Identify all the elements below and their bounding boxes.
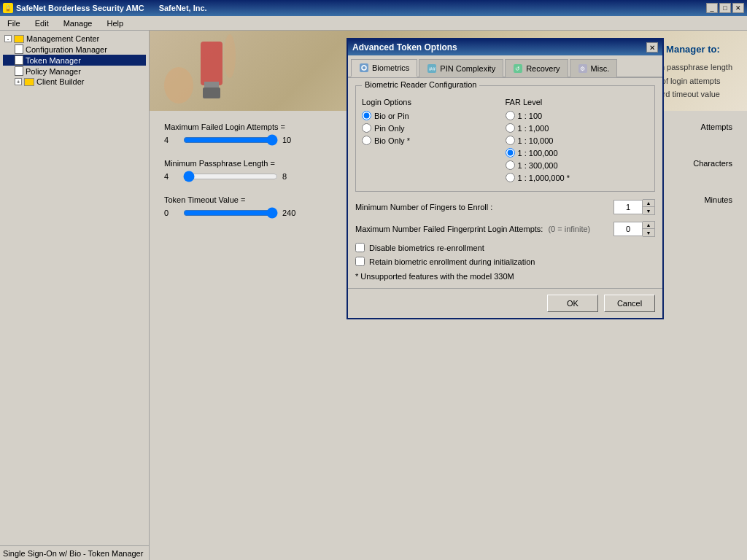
tree-root-label: Management Center [26,34,99,43]
radio-pin-only-input[interactable] [362,123,371,133]
retain-enroll-checkbox[interactable] [355,257,365,266]
svg-text:⚙: ⚙ [580,66,585,72]
tree-item-config-label: Configuration Manager [26,45,107,54]
checkbox-disable-reenroll: Disable biometrics re-enrollment [355,243,655,252]
misc-tab-icon: ⚙ [578,63,588,74]
dialog-tabs: Biometrics ## PIN Complexity ↺ Recovery [348,55,662,78]
max-fingerprint-hint: (0 = infinite) [548,225,590,233]
tab-biometrics-label: Biometrics [372,63,409,72]
far-1000: 1 : 1,000 [506,123,649,133]
checkbox-retain-enroll: Retain biometric enrollment during initi… [355,257,655,266]
menu-file[interactable]: File [3,18,25,29]
tab-biometrics[interactable]: Biometrics [351,59,417,77]
radio-pin-only: Pin Only [362,123,506,133]
svg-rect-2 [203,88,220,98]
svg-rect-0 [201,42,222,85]
banner-decoration [157,34,266,107]
far-10000-input[interactable] [506,136,515,145]
biometric-reader-group: Biometric Reader Configuration Login Opt… [355,85,655,192]
timeout-label: Token Timeout Value = [164,195,245,204]
tree-item-client[interactable]: + Client Builder [3,77,146,87]
far-level-label: FAR Level [506,98,649,106]
menu-manage[interactable]: Manage [59,18,97,29]
far-100000-input[interactable] [506,148,515,158]
app-title: SafeNet Borderless Security AMC [16,4,144,12]
max-failed-unit: Attempts [701,122,732,131]
max-fingerprint-down[interactable]: ▼ [643,229,654,236]
tab-recovery[interactable]: ↺ Recovery [505,59,568,77]
min-pass-slider[interactable] [183,171,278,182]
min-fingers-spinners: ▲ ▼ [643,199,655,215]
svg-rect-1 [204,82,219,88]
max-fingerprint-value[interactable] [614,222,643,236]
ok-button[interactable]: OK [547,295,598,312]
menu-help[interactable]: Help [102,18,128,29]
min-fingers-value[interactable] [614,200,643,214]
tree-root[interactable]: - Management Center [3,34,146,44]
far-300000: 1 : 300,000 [506,160,649,170]
menu-edit[interactable]: Edit [31,18,53,29]
company-name: SafeNet, Inc. [159,4,207,12]
radio-bio-or-pin-input[interactable] [362,111,371,120]
title-bar: 🔒 SafeNet Borderless Security AMC SafeNe… [0,0,747,16]
min-pass-label: Minimum Passphrase Length = [164,159,275,168]
min-fingers-up[interactable]: ▲ [643,200,654,207]
cancel-button[interactable]: Cancel [604,295,655,312]
tab-recovery-label: Recovery [526,64,560,73]
biometrics-tab-icon [359,63,369,73]
max-fingerprint-spinners: ▲ ▼ [643,221,655,237]
max-fingerprint-up[interactable]: ▲ [643,222,654,229]
max-failed-slider[interactable] [183,134,278,146]
far-100-input[interactable] [506,111,515,120]
min-fingers-down[interactable]: ▼ [643,207,654,214]
radio-bio-only-label: Bio Only * [374,136,410,145]
timeout-max: 240 [282,209,297,217]
far-1000-input[interactable] [506,123,515,133]
dialog-title-bar: Advanced Token Options ✕ [348,39,662,55]
close-button[interactable]: ✕ [732,3,744,13]
group-box-title: Biometric Reader Configuration [362,80,479,89]
status-bar: Single Sign-On w/ Bio - Token Manager [0,545,149,560]
far-1000000-input[interactable] [506,173,515,182]
disable-reenroll-checkbox[interactable] [355,243,365,252]
tab-misc[interactable]: ⚙ Misc. [570,59,618,77]
tree-item-token-label: Token Manager [26,56,81,65]
radio-bio-only: Bio Only * [362,136,506,145]
login-options-label: Login Options [362,98,506,106]
client-expand-icon[interactable]: + [15,78,22,85]
timeout-slider[interactable] [183,207,278,219]
dialog-close-button[interactable]: ✕ [646,42,658,52]
radio-bio-only-input[interactable] [362,136,371,145]
dialog-title-text: Advanced Token Options [352,42,457,52]
expand-icon[interactable]: - [4,35,12,42]
svg-point-4 [224,34,236,78]
tree-view: - Management Center Configuration Manage… [0,31,149,545]
tab-pin-complexity[interactable]: ## PIN Complexity [419,59,503,77]
min-pass-unit: Characters [693,159,732,168]
tab-pin-label: PIN Complexity [440,64,495,73]
far-300000-input[interactable] [506,160,515,170]
svg-text:##: ## [429,66,436,72]
tab-misc-label: Misc. [591,64,610,73]
far-100000-label: 1 : 100,000 [518,149,558,158]
tree-item-policy-label: Policy Manager [26,67,81,76]
min-pass-min: 4 [164,172,179,181]
minimize-button[interactable]: _ [706,3,718,13]
client-builder-icon [24,78,34,86]
advanced-token-dialog: Advanced Token Options ✕ Biometrics [347,38,664,319]
max-fingerprint-label: Maximum Number Failed Fingerprint Login … [355,225,614,233]
far-level-section: FAR Level 1 : 100 1 : 1,000 [506,98,649,185]
status-text: Single Sign-On w/ Bio - Token Manager [3,549,143,558]
maximize-button[interactable]: □ [719,3,731,13]
tree-item-policy[interactable]: Policy Manager [3,66,146,77]
max-failed-label: Maximum Failed Login Attempts = [164,122,285,131]
management-center-icon [14,35,24,43]
app-icon: 🔒 [3,3,13,13]
tree-item-token[interactable]: Token Manager [3,55,146,66]
pin-tab-icon: ## [427,63,437,74]
right-panel: Use the Token Manager to: • Set the mini… [150,31,747,560]
tree-item-config[interactable]: Configuration Manager [3,44,146,55]
dialog-content: Biometric Reader Configuration Login Opt… [348,78,662,288]
max-fingerprint-row: Maximum Number Failed Fingerprint Login … [355,221,655,237]
config-manager-icon [15,44,23,54]
